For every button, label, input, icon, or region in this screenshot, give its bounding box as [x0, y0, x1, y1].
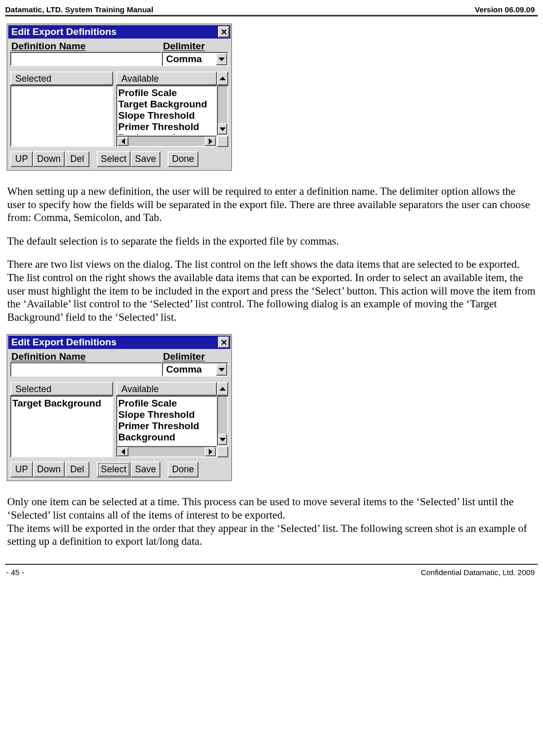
arrow-left-icon — [121, 449, 125, 455]
selected-header: Selected — [10, 71, 113, 85]
list-item[interactable]: Target Background — [118, 99, 215, 110]
edit-export-dialog-1: Edit Export Definitions ✕ Definition Nam… — [7, 24, 232, 171]
page: Datamatic, LTD. System Training Manual V… — [0, 0, 543, 587]
arrow-right-icon — [209, 449, 212, 455]
list-item[interactable]: Profile Scale — [118, 398, 215, 409]
header-right: Version 06.09.09 — [475, 5, 535, 14]
arrow-down-icon — [220, 438, 226, 441]
dialog-body: Definition Name Delimiter Comma Selected — [7, 350, 231, 481]
definition-name-label: Definition Name — [10, 351, 162, 362]
header-rule — [5, 15, 538, 16]
paragraph: Only one item can be selected at a time.… — [7, 495, 536, 522]
dialog-title: Edit Export Definitions — [11, 337, 117, 348]
scroll-corner — [217, 136, 228, 147]
delimiter-label: Delimiter — [162, 41, 228, 52]
scroll-track[interactable] — [129, 447, 205, 456]
list-item[interactable]: Primer Threshold — [118, 121, 215, 133]
delimiter-value: Comma — [163, 363, 216, 376]
chevron-down-icon — [219, 58, 225, 61]
page-header: Datamatic, LTD. System Training Manual V… — [5, 5, 538, 15]
definition-name-input[interactable] — [10, 52, 162, 66]
list-item[interactable]: Primer Threshold — [118, 420, 215, 432]
up-button[interactable]: UP — [10, 151, 33, 167]
dialog-title: Edit Export Definitions — [11, 26, 117, 38]
available-header: Available — [116, 382, 217, 396]
close-button[interactable]: ✕ — [218, 337, 229, 348]
close-icon: ✕ — [221, 338, 227, 347]
list-item[interactable]: Profile Scale — [118, 87, 215, 99]
scroll-right-button[interactable] — [205, 447, 216, 456]
dialog-body: Definition Name Delimiter Comma Selected — [7, 40, 231, 170]
del-button[interactable]: Del — [65, 151, 89, 167]
scroll-right-button[interactable] — [205, 137, 216, 146]
selected-header: Selected — [10, 382, 113, 396]
page-number: - 45 - — [6, 568, 24, 577]
selected-list[interactable] — [10, 85, 113, 147]
paragraph: When setting up a new definition, the us… — [7, 185, 536, 225]
select-button[interactable]: Select — [97, 462, 131, 477]
delimiter-label: Delimiter — [162, 351, 228, 362]
arrow-right-icon — [209, 138, 212, 144]
vertical-scrollbar[interactable] — [217, 396, 228, 446]
close-button[interactable]: ✕ — [218, 26, 229, 38]
horizontal-scrollbar[interactable] — [116, 446, 217, 457]
arrow-down-icon — [220, 127, 226, 131]
edit-export-dialog-2: Edit Export Definitions ✕ Definition Nam… — [7, 334, 232, 481]
scroll-left-button[interactable] — [117, 447, 129, 456]
close-icon: ✕ — [221, 27, 227, 37]
scroll-up-button[interactable] — [217, 382, 228, 396]
del-button[interactable]: Del — [65, 462, 89, 477]
page-footer: - 45 - Confidential Datamatic, Ltd. 2009 — [5, 568, 538, 587]
dialog-titlebar: Edit Export Definitions ✕ — [8, 25, 230, 39]
available-list[interactable]: Profile ScaleTarget BackgroundSlope Thre… — [116, 85, 217, 136]
paragraph: There are two list views on the dialog. … — [7, 258, 536, 324]
arrow-up-icon — [220, 387, 226, 391]
down-button[interactable]: Down — [33, 462, 65, 477]
horizontal-scrollbar[interactable] — [116, 136, 217, 147]
done-button[interactable]: Done — [168, 462, 198, 477]
delimiter-dropdown-button[interactable] — [216, 363, 227, 376]
up-button[interactable]: UP — [10, 462, 33, 477]
body-text: Only one item can be selected at a time.… — [5, 495, 538, 548]
list-item[interactable]: Sensor Gain — [118, 443, 215, 447]
list-item[interactable]: Slope Threshold — [118, 110, 215, 121]
available-list[interactable]: Profile ScaleSlope ThresholdPrimer Thres… — [116, 396, 217, 446]
footer-right: Confidential Datamatic, Ltd. 2009 — [421, 568, 535, 577]
footer-rule — [5, 564, 538, 565]
list-item[interactable]: Background — [118, 132, 215, 136]
list-item[interactable]: Target Background — [12, 398, 111, 409]
paragraph: The default selection is to separate the… — [7, 235, 536, 248]
scroll-track[interactable] — [218, 86, 227, 123]
scroll-track[interactable] — [218, 397, 227, 434]
save-button[interactable]: Save — [131, 151, 160, 167]
vertical-scrollbar[interactable] — [217, 85, 228, 136]
dialog-titlebar: Edit Export Definitions ✕ — [8, 336, 230, 349]
delimiter-value: Comma — [163, 53, 216, 65]
scroll-track[interactable] — [129, 137, 205, 146]
scroll-down-button[interactable] — [218, 123, 227, 135]
delimiter-combo[interactable]: Comma — [162, 362, 228, 377]
delimiter-dropdown-button[interactable] — [216, 53, 227, 65]
list-item[interactable]: Slope Threshold — [118, 409, 215, 420]
done-button[interactable]: Done — [168, 151, 198, 167]
delimiter-combo[interactable]: Comma — [162, 52, 228, 66]
down-button[interactable]: Down — [33, 151, 65, 167]
body-text: When setting up a new definition, the us… — [5, 185, 538, 324]
chevron-down-icon — [219, 368, 225, 372]
arrow-up-icon — [220, 77, 226, 80]
list-item[interactable]: Background — [118, 432, 215, 443]
paragraph: The items will be exported in the order … — [7, 522, 536, 548]
select-button[interactable]: Select — [97, 151, 131, 167]
scroll-up-button[interactable] — [217, 71, 228, 85]
header-left: Datamatic, LTD. System Training Manual — [5, 5, 153, 14]
save-button[interactable]: Save — [131, 462, 160, 477]
selected-list[interactable]: Target Background — [10, 396, 113, 457]
definition-name-input[interactable] — [10, 362, 162, 377]
scroll-corner — [217, 446, 228, 457]
arrow-left-icon — [121, 138, 125, 144]
scroll-down-button[interactable] — [218, 434, 227, 445]
available-header: Available — [116, 71, 217, 85]
scroll-left-button[interactable] — [117, 137, 129, 146]
definition-name-label: Definition Name — [10, 41, 162, 52]
